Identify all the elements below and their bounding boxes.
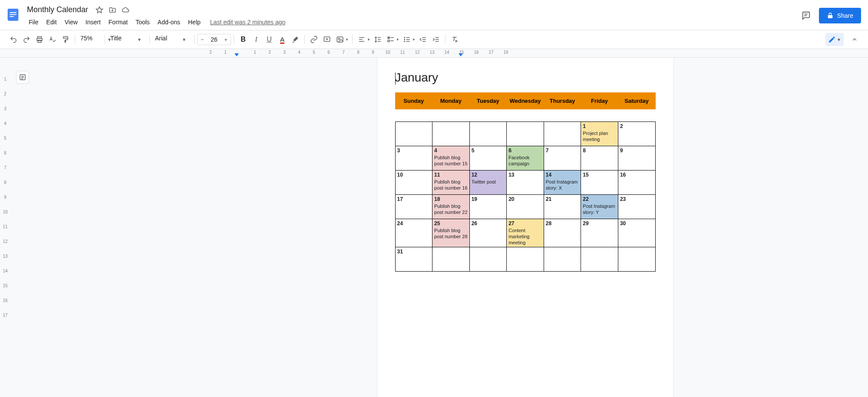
calendar-cell[interactable]: 24	[395, 219, 432, 247]
paint-format-icon[interactable]	[59, 33, 72, 46]
menu-view[interactable]: View	[61, 17, 81, 27]
left-indent-marker[interactable]	[234, 53, 239, 56]
calendar-cell[interactable]	[469, 122, 507, 146]
calendar-cell[interactable]: 31	[395, 247, 432, 272]
highlight-icon[interactable]	[289, 33, 302, 46]
calendar-cell[interactable]: 15	[581, 171, 618, 195]
insert-image-icon[interactable]	[333, 33, 347, 46]
calendar-cell[interactable]	[432, 122, 470, 146]
calendar-cell[interactable]	[432, 247, 470, 272]
document-outline-icon[interactable]	[16, 71, 29, 84]
calendar-cell[interactable]	[544, 247, 581, 272]
bold-icon[interactable]: B	[237, 33, 250, 46]
calendar-cell[interactable]: 21	[544, 195, 581, 219]
line-spacing-icon[interactable]	[371, 33, 384, 46]
calendar-cell[interactable]: 30	[618, 219, 655, 247]
calendar-cell[interactable]	[544, 122, 581, 146]
calendar-cell[interactable]: 8	[581, 146, 618, 171]
paragraph-style-value: Title	[109, 33, 136, 46]
calendar-cell[interactable]: 5	[469, 146, 507, 171]
zoom-select[interactable]: 75% ▼	[78, 33, 102, 46]
calendar-cell[interactable]: 13	[507, 171, 544, 195]
calendar-cell[interactable]: 17	[395, 195, 432, 219]
indent-icon[interactable]	[429, 33, 442, 46]
calendar-cell[interactable]	[469, 247, 507, 272]
italic-icon[interactable]: I	[250, 33, 263, 46]
calendar-cell[interactable]: 6Facebook campaign	[507, 146, 544, 171]
bulleted-list-icon[interactable]	[400, 33, 413, 46]
chevron-down-icon[interactable]: ▼	[345, 38, 349, 42]
calendar-cell[interactable]	[581, 247, 618, 272]
align-icon[interactable]	[355, 33, 368, 46]
calendar-body-table[interactable]: 1Project plan meeting234Publish blog pos…	[395, 121, 656, 272]
calendar-cell[interactable]: 19	[469, 195, 507, 219]
calendar-cell[interactable]: 16	[618, 171, 655, 195]
calendar-cell[interactable]: 7	[544, 146, 581, 171]
menu-file[interactable]: File	[25, 17, 42, 27]
calendar-cell[interactable]: 29	[581, 219, 618, 247]
undo-icon[interactable]	[7, 33, 20, 46]
document-page[interactable]: January SundayMondayTuesdayWednesdayThur…	[378, 58, 673, 397]
font-size-increase[interactable]: +	[221, 34, 231, 45]
cloud-status-icon[interactable]	[121, 6, 130, 14]
star-icon[interactable]	[95, 6, 104, 14]
calendar-cell[interactable]: 14Post Instagram story: X	[544, 171, 581, 195]
calendar-cell[interactable]: 28	[544, 219, 581, 247]
calendar-cell[interactable]: 2	[618, 122, 655, 146]
right-indent-marker[interactable]	[459, 53, 463, 56]
calendar-cell[interactable]: 9	[618, 146, 655, 171]
outdent-icon[interactable]	[416, 33, 429, 46]
calendar-cell[interactable]: 10	[395, 171, 432, 195]
insert-link-icon[interactable]	[307, 33, 320, 46]
document-title[interactable]: Monthly Calendar	[25, 4, 90, 15]
font-size-decrease[interactable]: −	[198, 34, 207, 45]
menu-insert[interactable]: Insert	[82, 17, 104, 27]
font-select[interactable]: Arial ▼	[152, 33, 191, 46]
paragraph-style-select[interactable]: Title ▼	[108, 33, 147, 46]
calendar-cell[interactable]: 27Content marketing meeting	[507, 219, 544, 247]
move-icon[interactable]	[108, 6, 117, 14]
docs-logo-icon[interactable]	[4, 3, 22, 26]
chevron-down-icon[interactable]: ▼	[412, 38, 416, 42]
menu-tools[interactable]: Tools	[132, 17, 153, 27]
add-comment-icon[interactable]	[320, 33, 333, 46]
last-edit-link[interactable]: Last edit was 2 minutes ago	[210, 19, 286, 26]
spellcheck-icon[interactable]	[46, 33, 59, 46]
font-size-value[interactable]: 26	[207, 36, 221, 43]
calendar-cell[interactable]	[618, 247, 655, 272]
collapse-toolbar-icon[interactable]	[848, 33, 861, 46]
editing-mode-select[interactable]: ▼	[825, 33, 844, 46]
calendar-cell[interactable]: 11Publish blog post number 16	[432, 171, 470, 195]
calendar-day-number: 25	[434, 220, 468, 227]
menu-format[interactable]: Format	[105, 17, 131, 27]
calendar-cell[interactable]	[395, 122, 432, 146]
chevron-down-icon[interactable]: ▼	[396, 38, 399, 42]
calendar-cell[interactable]: 20	[507, 195, 544, 219]
clear-formatting-icon[interactable]	[448, 33, 461, 46]
calendar-cell[interactable]	[507, 122, 544, 146]
calendar-cell[interactable]: 4Publish blog post number 15	[432, 146, 470, 171]
menu-help[interactable]: Help	[185, 17, 204, 27]
calendar-cell[interactable]: 18Publish blog post number 22	[432, 195, 470, 219]
underline-icon[interactable]: U	[263, 33, 276, 46]
calendar-cell[interactable]: 3	[395, 146, 432, 171]
calendar-cell[interactable]: 1Project plan meeting	[581, 122, 618, 146]
horizontal-ruler[interactable]: 21123456789101112131415161718	[0, 49, 868, 58]
print-icon[interactable]	[33, 33, 46, 46]
calendar-cell[interactable]: 12Twitter post	[469, 171, 507, 195]
comments-icon[interactable]	[799, 9, 813, 23]
calendar-cell[interactable]	[507, 247, 544, 272]
menu-addons[interactable]: Add-ons	[154, 17, 184, 27]
vertical-ruler[interactable]: 1234567891011121314151617	[0, 58, 10, 397]
calendar-cell[interactable]: 25Publish blog post number 28	[432, 219, 470, 247]
calendar-cell[interactable]: 26	[469, 219, 507, 247]
calendar-cell[interactable]: 23	[618, 195, 655, 219]
checklist-icon[interactable]	[384, 33, 397, 46]
menu-edit[interactable]: Edit	[43, 17, 60, 27]
redo-icon[interactable]	[20, 33, 33, 46]
chevron-down-icon[interactable]: ▼	[367, 38, 370, 42]
text-color-icon[interactable]: A	[276, 33, 289, 46]
calendar-cell[interactable]: 22Post Instagram story: Y	[581, 195, 618, 219]
share-button[interactable]: Share	[819, 8, 861, 23]
page-title[interactable]: January	[395, 71, 656, 85]
